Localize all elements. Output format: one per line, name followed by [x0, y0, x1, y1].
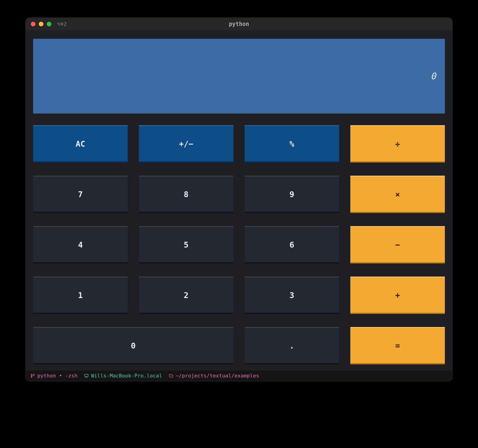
status-path-text: ~/projects/textual/examples — [176, 373, 259, 379]
monitor-icon — [84, 373, 89, 378]
titlebar: ⌥⌘2 python — [26, 18, 452, 30]
divide-button[interactable]: ÷ — [350, 125, 445, 163]
minus-button[interactable]: − — [350, 226, 445, 263]
keypad: AC +/− % ÷ 7 8 9 × 4 5 6 − — [33, 125, 445, 364]
digit-8-button[interactable]: 8 — [139, 176, 233, 213]
status-bar: python • -zsh Wills-MacBook-Pro.local ~/… — [26, 370, 452, 381]
status-process: python • -zsh — [30, 373, 77, 379]
plus-minus-button[interactable]: +/− — [139, 125, 233, 163]
minimize-icon[interactable] — [39, 22, 44, 26]
keypad-row: AC +/− % ÷ — [33, 125, 445, 163]
multiply-button[interactable]: × — [350, 176, 445, 213]
digit-7-button[interactable]: 7 — [33, 176, 128, 213]
folder-icon — [169, 373, 173, 378]
window-controls — [31, 22, 51, 26]
ac-button[interactable]: AC — [33, 125, 128, 163]
plus-button[interactable]: + — [350, 276, 445, 314]
status-host-text: Wills-MacBook-Pro.local — [91, 373, 162, 379]
keypad-row: 4 5 6 − — [33, 226, 445, 263]
app-content: 0 AC +/− % ÷ 7 8 9 × 4 5 6 — [26, 30, 452, 370]
calculator-display: 0 — [33, 39, 445, 114]
shortcut-hint: ⌥⌘2 — [57, 21, 67, 27]
digit-0-button[interactable]: 0 — [33, 327, 233, 364]
decimal-button[interactable]: . — [245, 327, 339, 364]
svg-point-1 — [31, 376, 32, 377]
digit-6-button[interactable]: 6 — [245, 226, 339, 263]
digit-5-button[interactable]: 5 — [139, 226, 233, 263]
digit-1-button[interactable]: 1 — [33, 276, 128, 314]
digit-2-button[interactable]: 2 — [139, 276, 233, 314]
window-title: python — [26, 21, 452, 27]
keypad-row: 0 . = — [33, 327, 445, 364]
display-value: 0 — [431, 71, 436, 81]
status-path: ~/projects/textual/examples — [169, 373, 259, 379]
keypad-row: 7 8 9 × — [33, 176, 445, 213]
digit-4-button[interactable]: 4 — [33, 226, 128, 263]
digit-3-button[interactable]: 3 — [245, 276, 339, 314]
status-host: Wills-MacBook-Pro.local — [84, 373, 162, 379]
zoom-icon[interactable] — [47, 22, 51, 26]
svg-point-2 — [33, 374, 34, 375]
digit-9-button[interactable]: 9 — [245, 176, 339, 213]
keypad-row: 1 2 3 + — [33, 276, 445, 314]
terminal-window: ⌥⌘2 python 0 AC +/− % ÷ 7 8 9 × — [25, 18, 453, 381]
branch-icon — [30, 373, 35, 378]
status-process-text: python • -zsh — [37, 373, 77, 379]
svg-rect-3 — [85, 374, 88, 377]
percent-button[interactable]: % — [245, 125, 339, 163]
close-icon[interactable] — [31, 22, 36, 26]
svg-point-0 — [31, 374, 32, 375]
equals-button[interactable]: = — [350, 327, 445, 364]
